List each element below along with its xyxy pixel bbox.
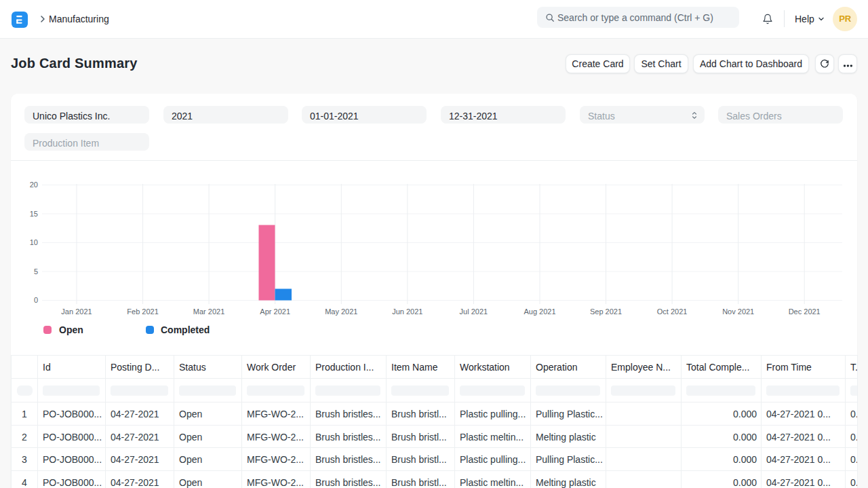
- svg-text:Jun 2021: Jun 2021: [392, 307, 422, 316]
- svg-text:Apr 2021: Apr 2021: [260, 307, 290, 316]
- svg-text:Dec 2021: Dec 2021: [789, 307, 821, 316]
- svg-text:Aug 2021: Aug 2021: [524, 307, 555, 316]
- svg-text:20: 20: [30, 181, 38, 189]
- svg-text:5: 5: [34, 267, 38, 276]
- svg-text:Oct 2021: Oct 2021: [657, 307, 688, 316]
- svg-text:Feb 2021: Feb 2021: [127, 307, 158, 316]
- svg-text:Jul 2021: Jul 2021: [460, 307, 488, 316]
- svg-text:Nov 2021: Nov 2021: [722, 307, 754, 316]
- svg-text:Mar 2021: Mar 2021: [193, 307, 224, 316]
- svg-text:0: 0: [34, 296, 38, 304]
- svg-text:Sep 2021: Sep 2021: [590, 307, 622, 316]
- svg-text:Jan 2021: Jan 2021: [61, 307, 92, 316]
- svg-text:10: 10: [30, 238, 38, 246]
- svg-text:15: 15: [30, 210, 38, 218]
- svg-text:May 2021: May 2021: [325, 307, 357, 316]
